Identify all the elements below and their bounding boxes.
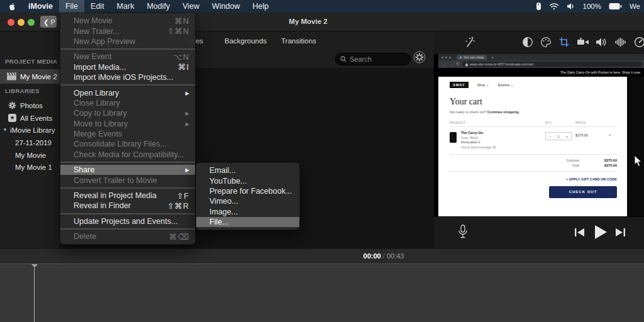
sidebar-item-all-events[interactable]: ★ All Events [0, 112, 60, 124]
menu-item-new-movie[interactable]: New Movie⌘N [60, 16, 195, 26]
search-input[interactable] [350, 55, 402, 63]
viewer-video-frame[interactable]: Your cart | Away + ← → ↻ away-star-movie… [438, 54, 644, 216]
submenu-item-prepare-for-facebook[interactable]: Prepare for Facebook... [196, 186, 299, 196]
menu-item-new-event[interactable]: New Event⌥N [60, 52, 195, 62]
menu-item-share[interactable]: Share▶ [60, 165, 195, 175]
quantity-stepper: − 1 + [545, 132, 572, 140]
webpage-body: AWAY Shop ⌄ Explore ⌄ Your cart Not read… [438, 77, 644, 216]
timeline-header: 00:00 / 00:43 [0, 248, 644, 264]
qty-minus: − [549, 135, 551, 138]
submenu-item-email[interactable]: Email... [196, 165, 299, 175]
zoom-window-button[interactable] [28, 19, 35, 26]
new-tab-button: + [491, 55, 494, 60]
submenu-item-vimeo[interactable]: Vimeo... [196, 196, 299, 206]
sidebar-item-label: All Events [20, 114, 52, 122]
record-voiceover-button[interactable] [458, 225, 468, 239]
timeline-track-area[interactable] [0, 264, 644, 322]
submenu-arrow-icon: ▶ [186, 110, 189, 116]
skip-back-button[interactable] [574, 228, 585, 237]
menu-item-shortcut: ⌘N [174, 16, 189, 26]
skip-forward-button[interactable] [615, 228, 626, 237]
menu-item-convert-trailer-to-movie[interactable]: Convert Trailer to Movie [60, 175, 195, 185]
menu-item-reveal-in-finder[interactable]: Reveal in Finder⇧⌘R [60, 201, 195, 211]
menubar-item-help[interactable]: Help [247, 0, 275, 13]
menu-item-copy-to-library[interactable]: Copy to Library▶ [60, 108, 195, 118]
color-correction-button[interactable] [540, 36, 552, 48]
menubar-item-modify[interactable]: Modify [140, 0, 176, 13]
cart-totals: Subtotal $275.00 Total $275.00 [541, 158, 617, 167]
mouse-battery-icon[interactable] [536, 2, 541, 11]
search-field[interactable] [335, 53, 411, 65]
menu-item-check-media-for-compatibility[interactable]: Check Media for Compatibility... [60, 150, 195, 160]
disclosure-triangle-icon[interactable]: ▼ [3, 127, 8, 133]
play-icon [594, 225, 608, 240]
submenu-item-file[interactable]: File... [196, 217, 299, 227]
sidebar-item-my-movie-1[interactable]: My Movie 1 [0, 161, 60, 173]
menu-item-label: Share [74, 165, 94, 174]
sidebar-item-label: My Movie 2 [20, 73, 57, 80]
subtotal-label: Subtotal [541, 158, 584, 162]
menu-item-close-library[interactable]: Close Library [60, 98, 195, 108]
checkout-button: CHECK OUT [549, 186, 617, 198]
wifi-icon[interactable] [549, 3, 559, 10]
star-badge-icon: ★ [8, 114, 16, 122]
menu-item-move-to-library[interactable]: Move to Library▶ [60, 119, 195, 129]
battery-icon[interactable] [609, 3, 622, 10]
tab-transitions[interactable]: Transitions [281, 37, 316, 45]
browser-close-dot [441, 57, 443, 58]
menubar-item-edit[interactable]: Edit [84, 0, 111, 13]
menubar-item-view[interactable]: View [176, 0, 206, 13]
cart-table-header: PRODUCT QTY PRICE [450, 121, 617, 127]
tab-backgrounds[interactable]: Backgrounds [225, 37, 267, 45]
menu-item-open-library[interactable]: Open Library▶ [60, 87, 195, 97]
sidebar-item-my-movie[interactable]: My Movie [0, 149, 60, 161]
play-button[interactable] [594, 225, 608, 240]
noise-reduction-button[interactable] [614, 36, 626, 48]
submenu-item-youtube[interactable]: YouTube... [196, 175, 299, 186]
menubar-item-mark[interactable]: Mark [111, 0, 141, 13]
settings-gear-button[interactable] [413, 51, 426, 64]
minimize-window-button[interactable] [18, 19, 25, 26]
speed-button[interactable] [634, 36, 644, 48]
menu-item-label: New Trailer... [74, 27, 119, 36]
sidebar-item-27-11-2019[interactable]: 27-11-2019 [0, 136, 60, 148]
imovie-window: iMovie File Edit Mark Modify View Window… [0, 0, 644, 322]
sidebar: PROJECT MEDIA My Movie 2 LIBRARIES Photo… [0, 31, 60, 248]
menu-item-merge-events[interactable]: Merge Events [60, 129, 195, 139]
continue-shopping-link: Continue shopping. [487, 110, 520, 114]
sidebar-item-my-movie-2[interactable]: My Movie 2 [0, 69, 60, 84]
sidebar-item-photos[interactable]: Photos [0, 99, 60, 111]
remove-item-x: ✕ [608, 133, 617, 149]
menu-item-update-projects-and-events[interactable]: Update Projects and Events... [60, 216, 195, 226]
menubar-clock[interactable]: We [630, 3, 640, 10]
speedometer-icon [634, 36, 644, 48]
menubar-item-file[interactable]: File [59, 0, 84, 13]
apple-icon[interactable] [0, 2, 22, 11]
menu-item-new-trailer[interactable]: New Trailer...⇧⌘N [60, 26, 195, 36]
color-balance-icon [522, 36, 533, 48]
menubar-item-window[interactable]: Window [206, 0, 246, 13]
stabilization-button[interactable] [577, 36, 588, 48]
menu-item-consolidate-library-files[interactable]: Consolidate Library Files... [60, 139, 195, 149]
submenu-item-image[interactable]: Image... [196, 207, 299, 217]
menu-item-import-imovie-ios-projects[interactable]: Import iMovie iOS Projects... [60, 72, 195, 82]
enhance-button[interactable] [464, 36, 475, 48]
color-balance-button[interactable] [522, 36, 533, 48]
site-nav: AWAY Shop ⌄ Explore ⌄ [450, 82, 617, 88]
playhead-handle[interactable] [31, 264, 38, 268]
menu-item-reveal-in-project-media[interactable]: Reveal in Project Media⇧F [60, 191, 195, 201]
submenu-arrow-icon: ▶ [186, 121, 189, 127]
volume-button[interactable] [596, 36, 607, 48]
app-menu-imovie[interactable]: iMovie [22, 2, 59, 11]
back-to-projects-button[interactable]: ❮ P [40, 16, 57, 28]
col-price: PRICE [575, 121, 608, 125]
playhead-line[interactable] [34, 268, 35, 322]
crop-button[interactable] [558, 36, 570, 48]
menu-item-delete[interactable]: Delete⌘⌫ [60, 231, 195, 242]
menu-item-import-media[interactable]: Import Media...⌘I [60, 62, 195, 72]
menu-item-new-app-preview[interactable]: New App Preview [60, 36, 195, 47]
sidebar-item-imovie-library[interactable]: ▼ iMovie Library [0, 124, 60, 136]
menu-item-shortcut: ⌥N [174, 52, 189, 62]
volume-icon[interactable] [567, 3, 575, 10]
close-window-button[interactable] [8, 19, 14, 26]
